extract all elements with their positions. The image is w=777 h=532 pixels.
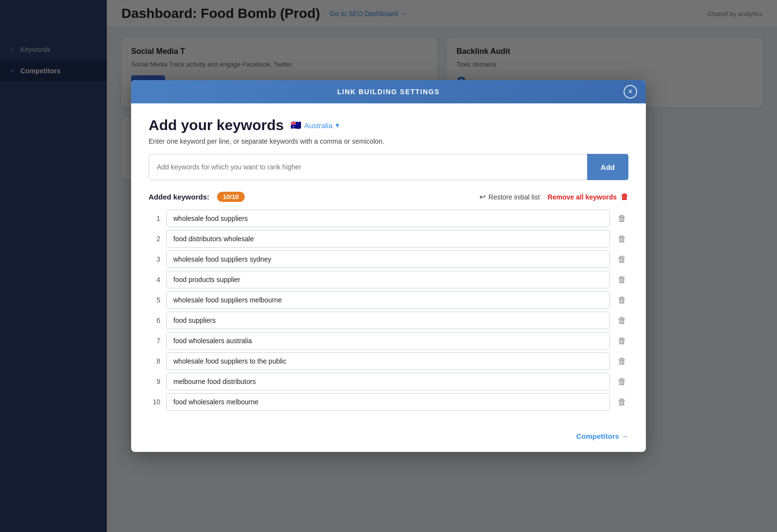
modal-title-row: Add your keywords 🇦🇺 Australia ▾ [149, 117, 628, 133]
keyword-row: 4🗑 [149, 271, 628, 288]
trash-icon: 🗑 [618, 397, 626, 407]
delete-keyword-button[interactable]: 🗑 [616, 354, 628, 368]
keyword-field[interactable] [166, 250, 610, 268]
keyword-row: 1🗑 [149, 210, 628, 227]
keyword-row: 10🗑 [149, 393, 628, 411]
keyword-number: 8 [149, 357, 160, 365]
modal-header-title: LINK BUILDING SETTINGS [337, 88, 439, 96]
modal-main-title: Add your keywords [149, 117, 284, 133]
trash-icon: 🗑 [618, 316, 626, 326]
delete-keyword-button[interactable]: 🗑 [616, 395, 628, 409]
link-building-modal: LINK BUILDING SETTINGS × Add your keywor… [131, 80, 646, 452]
keyword-row: 9🗑 [149, 373, 628, 390]
trash-icon: 🗑 [618, 377, 626, 387]
keyword-number: 7 [149, 337, 160, 345]
keyword-row: 7🗑 [149, 332, 628, 349]
keywords-label: Added keywords: [149, 193, 209, 201]
trash-icon: 🗑 [618, 234, 626, 244]
modal-header: LINK BUILDING SETTINGS × [131, 80, 646, 103]
input-row: Add [149, 154, 628, 180]
trash-icon: 🗑 [618, 275, 626, 285]
keywords-count-badge: 10/10 [217, 192, 245, 202]
country-name: Australia [304, 121, 332, 130]
delete-keyword-button[interactable]: 🗑 [616, 232, 628, 246]
chevron-down-icon: ▾ [336, 121, 339, 130]
australia-flag-icon: 🇦🇺 [290, 120, 301, 131]
modal-subtitle: Enter one keyword per line, or separate … [149, 137, 628, 145]
keyword-row: 8🗑 [149, 352, 628, 370]
delete-keyword-button[interactable]: 🗑 [616, 293, 628, 307]
modal-close-button[interactable]: × [624, 85, 637, 99]
keyword-field[interactable] [166, 373, 610, 390]
delete-keyword-button[interactable]: 🗑 [616, 212, 628, 226]
restore-icon: ↩ [479, 192, 486, 201]
modal-body: Add your keywords 🇦🇺 Australia ▾ Enter o… [131, 103, 646, 424]
keyword-field[interactable] [166, 230, 610, 248]
keyword-number: 2 [149, 235, 160, 243]
keyword-number: 10 [149, 398, 160, 406]
trash-icon: 🗑 [618, 336, 626, 346]
keyword-field[interactable] [166, 312, 610, 329]
keyword-field[interactable] [166, 352, 610, 370]
competitors-link-label: Competitors → [576, 432, 628, 440]
keyword-number: 3 [149, 255, 160, 263]
keyword-field[interactable] [166, 393, 610, 411]
keyword-row: 5🗑 [149, 291, 628, 309]
keyword-field[interactable] [166, 332, 610, 349]
keyword-field[interactable] [166, 271, 610, 288]
keyword-number: 4 [149, 276, 160, 283]
delete-keyword-button[interactable]: 🗑 [616, 252, 628, 266]
keywords-count-row: Added keywords: 10/10 ↩ Restore initial … [149, 192, 628, 202]
keyword-field[interactable] [166, 210, 610, 227]
trash-icon: 🗑 [621, 193, 628, 201]
competitors-link[interactable]: Competitors → [576, 432, 628, 440]
keyword-row: 2🗑 [149, 230, 628, 248]
keyword-number: 5 [149, 296, 160, 304]
keyword-input[interactable] [149, 154, 587, 180]
delete-keyword-button[interactable]: 🗑 [616, 334, 628, 348]
keyword-list: 1🗑2🗑3🗑4🗑5🗑6🗑7🗑8🗑9🗑10🗑 [149, 210, 628, 411]
keyword-number: 1 [149, 215, 160, 222]
restore-label: Restore initial list [489, 193, 540, 201]
keyword-row: 3🗑 [149, 250, 628, 268]
trash-icon: 🗑 [618, 295, 626, 305]
remove-all-button[interactable]: Remove all keywords 🗑 [548, 193, 628, 201]
modal-footer: Competitors → [131, 424, 646, 452]
keyword-field[interactable] [166, 291, 610, 309]
trash-icon: 🗑 [618, 356, 626, 366]
delete-keyword-button[interactable]: 🗑 [616, 273, 628, 287]
delete-keyword-button[interactable]: 🗑 [616, 314, 628, 328]
restore-button[interactable]: ↩ Restore initial list [479, 192, 540, 201]
trash-icon: 🗑 [618, 214, 626, 224]
delete-keyword-button[interactable]: 🗑 [616, 375, 628, 389]
remove-all-label: Remove all keywords [548, 193, 617, 201]
trash-icon: 🗑 [618, 254, 626, 265]
keyword-number: 6 [149, 316, 160, 324]
add-keyword-button[interactable]: Add [587, 154, 628, 180]
country-selector[interactable]: 🇦🇺 Australia ▾ [290, 120, 339, 131]
keyword-row: 6🗑 [149, 312, 628, 329]
keyword-number: 9 [149, 378, 160, 385]
